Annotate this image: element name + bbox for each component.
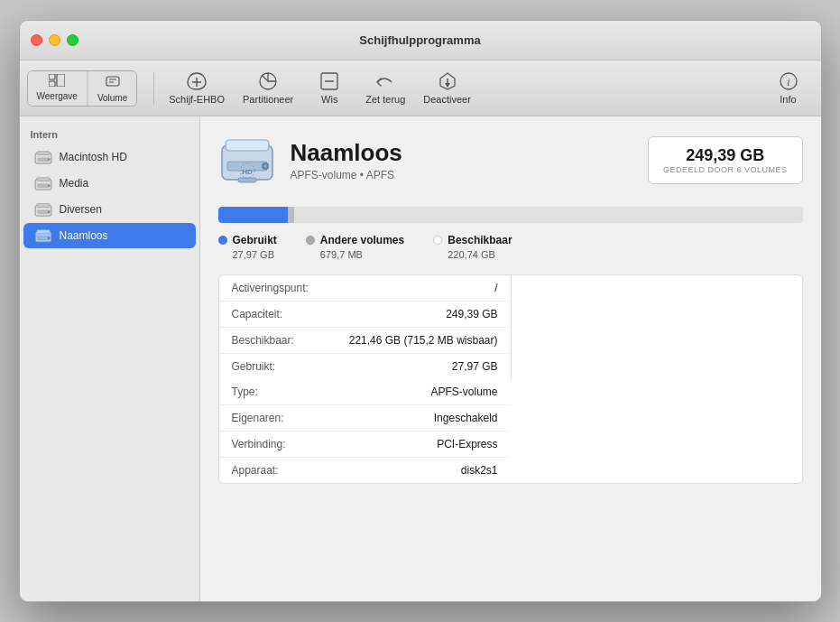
info-row-gebruikt: Gebruikt: 27,97 GB (219, 354, 511, 379)
info-row-eigenaren: Eigenaren: Ingeschakeld (219, 405, 511, 432)
info-label: Info (780, 94, 796, 105)
schijf-ehbo-button[interactable]: Schijf-EHBO (162, 68, 232, 108)
media-icon (34, 174, 52, 192)
svg-rect-21 (36, 178, 49, 181)
legend-other-value: 679,7 MB (320, 249, 404, 260)
svg-point-31 (47, 237, 50, 239)
svg-text:i: i (787, 76, 789, 88)
sidebar-item-diversen[interactable]: Diversen (23, 197, 196, 222)
sidebar: Intern Macintosh HD (20, 116, 200, 601)
info-row-type: Type: APFS-volume (219, 379, 511, 405)
window-title: Schijfhulpprogramma (359, 33, 480, 47)
legend-available-label: Beschikbaar (448, 234, 512, 246)
info-grid: Activeringspunt: / Capaciteit: 249,39 GB… (219, 275, 802, 483)
legend-other-dot (306, 236, 315, 245)
gebruikt-value: 27,97 GB (452, 360, 498, 373)
svg-rect-2 (57, 74, 65, 87)
sidebar-section-intern: Intern (20, 124, 199, 144)
svg-text:HD: HD (242, 168, 253, 176)
storage-bar (218, 207, 803, 223)
legend-available-value: 220,74 GB (448, 249, 512, 260)
info-col-left: Activeringspunt: / Capaciteit: 249,39 GB… (219, 275, 511, 379)
svg-rect-33 (226, 140, 269, 151)
weergave-icon (49, 74, 65, 89)
verbinding-key: Verbinding: (232, 438, 286, 450)
schijf-ehbo-icon (184, 71, 209, 91)
sidebar-item-media[interactable]: Media (23, 171, 196, 196)
storage-bar-other (288, 207, 293, 223)
volume-name: Naamloos (291, 139, 633, 167)
volume-size-box: 249,39 GB GEDEELD DOOR 6 VOLUMES (648, 136, 803, 184)
svg-rect-25 (36, 204, 49, 208)
toolbar: Weergave Volume (20, 60, 821, 116)
svg-rect-3 (106, 77, 119, 86)
capaciteit-key: Capaciteit: (232, 308, 283, 320)
activeringspunt-value: / (494, 282, 497, 294)
legend-available: Beschikbaar 220,74 GB (433, 234, 512, 260)
sidebar-item-naamloos[interactable]: Naamloos (23, 223, 196, 248)
info-row-beschikbaar: Beschikbaar: 221,46 GB (715,2 MB wisbaar… (219, 328, 511, 354)
svg-marker-13 (445, 83, 450, 88)
volume-subtitle: APFS-volume • APFS (291, 169, 633, 181)
svg-point-36 (263, 164, 267, 168)
beschikbaar-value: 221,46 GB (715,2 MB wisbaar) (349, 334, 498, 347)
svg-point-23 (47, 184, 50, 187)
partitioneer-button[interactable]: Partitioneer (235, 68, 300, 108)
info-row-verbinding: Verbinding: PCI-Express (219, 432, 511, 458)
svg-rect-30 (37, 237, 48, 240)
deactiveer-label: Deactiveer (423, 94, 471, 105)
weergave-label: Weergave (37, 91, 78, 101)
naamloos-label: Naamloos (60, 229, 108, 242)
info-button[interactable]: i Info (763, 68, 814, 108)
storage-legend: Gebruikt 27,97 GB Andere volumes 679,7 M… (218, 234, 803, 260)
title-bar: Schijfhulpprogramma (20, 21, 821, 60)
zet-terug-icon (373, 71, 398, 91)
svg-rect-37 (238, 178, 256, 182)
type-key: Type: (232, 385, 258, 398)
schijf-ehbo-label: Schijf-EHBO (169, 94, 225, 105)
verbinding-value: PCI-Express (437, 438, 497, 450)
volume-size-number: 249,39 GB (663, 146, 788, 165)
wis-button[interactable]: Wis (304, 68, 355, 108)
maximize-button[interactable] (67, 34, 78, 46)
legend-other-label: Andere volumes (320, 234, 404, 246)
svg-rect-29 (36, 230, 49, 234)
legend-used-value: 27,97 GB (233, 249, 277, 260)
svg-rect-1 (49, 81, 55, 87)
wis-label: Wis (321, 94, 337, 105)
storage-bar-container: Gebruikt 27,97 GB Andere volumes 679,7 M… (218, 207, 803, 260)
storage-bar-used (218, 207, 289, 223)
info-grid-divider (511, 275, 512, 379)
partitioneer-icon (255, 71, 281, 91)
weergave-button[interactable]: Weergave (28, 71, 87, 106)
svg-rect-26 (37, 210, 48, 214)
zet-terug-button[interactable]: Zet terug (358, 68, 412, 108)
toolbar-sep-1 (153, 72, 154, 105)
minimize-button[interactable] (49, 34, 60, 46)
wis-icon (317, 71, 342, 91)
volume-header: HD Naamloos APFS-volume • APFS 249,39 GB… (218, 131, 803, 189)
info-icon: i (776, 71, 801, 91)
macintosh-hd-label: Macintosh HD (60, 151, 127, 163)
legend-available-title: Beschikbaar (433, 234, 512, 246)
close-button[interactable] (31, 34, 42, 46)
deactiveer-button[interactable]: Deactiveer (416, 68, 478, 108)
main-area: Intern Macintosh HD (20, 116, 821, 601)
legend-used-dot (218, 236, 227, 245)
eigenaren-key: Eigenaren: (232, 412, 284, 424)
apparaat-key: Apparaat: (232, 464, 279, 477)
diversen-icon (34, 200, 52, 218)
partitioneer-label: Partitioneer (243, 94, 293, 105)
info-row-activeringspunt: Activeringspunt: / (219, 275, 511, 302)
zet-terug-label: Zet terug (365, 94, 405, 105)
sidebar-item-macintosh-hd[interactable]: Macintosh HD (23, 144, 196, 170)
main-window: Schijfhulpprogramma Weergave (19, 20, 822, 602)
eigenaren-value: Ingeschakeld (434, 412, 498, 424)
svg-rect-0 (49, 74, 55, 79)
diversen-label: Diversen (60, 203, 102, 216)
volume-button[interactable]: Volume (88, 71, 136, 106)
naamloos-icon (34, 227, 52, 245)
view-volume-control: Weergave Volume (27, 70, 138, 107)
legend-used-label: Gebruikt (233, 234, 277, 246)
deactiveer-icon (435, 71, 460, 91)
